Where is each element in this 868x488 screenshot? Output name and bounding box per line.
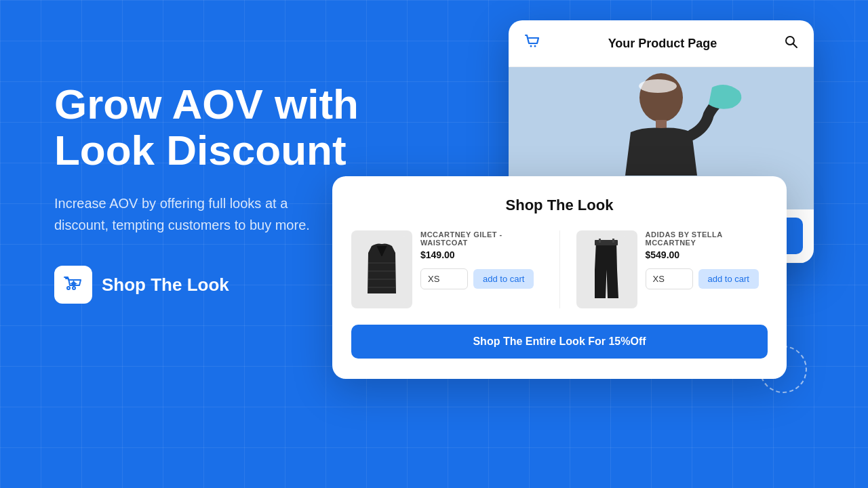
cart-icon xyxy=(524,33,541,54)
product-price-1: $149.00 xyxy=(420,249,543,260)
subtext: Increase AOV by offering full looks at a… xyxy=(54,192,312,236)
headline: Grow AOV with Look Discount xyxy=(54,81,393,174)
product-info-2: ADIDAS BY STELLA MCCARTNEY $549.00 add t… xyxy=(646,230,768,289)
svg-point-3 xyxy=(534,45,536,47)
brand-label: Shop The Look xyxy=(102,274,229,296)
product-price-2: $549.00 xyxy=(646,249,768,260)
product-card-2: ADIDAS BY STELLA MCCARTNEY $549.00 add t… xyxy=(576,230,768,308)
svg-rect-19 xyxy=(612,239,614,243)
product-actions-2: add to cart xyxy=(646,268,768,289)
mockup-header: Your Product Page xyxy=(509,20,814,67)
product-actions-1: add to cart xyxy=(420,268,543,289)
product-thumb-2 xyxy=(576,230,637,308)
search-icon[interactable] xyxy=(784,35,799,53)
modal-title: Shop The Look xyxy=(351,197,768,214)
svg-text:✦: ✦ xyxy=(68,277,79,291)
size-input-1[interactable] xyxy=(420,268,468,289)
svg-point-2 xyxy=(530,45,532,47)
add-to-cart-btn-2[interactable]: add to cart xyxy=(698,269,759,289)
product-card-1: MCCARTNEY GILET - WAISTCOAT $149.00 add … xyxy=(351,230,543,308)
shop-the-look-modal: Shop The Look MCCARTNEY GILET xyxy=(332,176,787,379)
product-info-1: MCCARTNEY GILET - WAISTCOAT $149.00 add … xyxy=(420,230,543,289)
product-thumb-1 xyxy=(351,230,412,308)
product-name-2: ADIDAS BY STELLA MCCARTNEY xyxy=(646,230,768,247)
add-to-cart-btn-1[interactable]: add to cart xyxy=(473,269,534,289)
vest-image xyxy=(358,236,406,304)
size-input-2[interactable] xyxy=(646,268,693,289)
products-row: MCCARTNEY GILET - WAISTCOAT $149.00 add … xyxy=(351,230,768,308)
product-name-1: MCCARTNEY GILET - WAISTCOAT xyxy=(420,230,543,247)
shop-look-icon: ✦ xyxy=(62,273,85,296)
product-divider xyxy=(559,230,560,308)
brand-icon: ✦ xyxy=(54,266,92,304)
shop-entire-look-button[interactable]: Shop The Entire Look For 15%Off xyxy=(351,325,768,359)
svg-point-8 xyxy=(639,79,677,93)
svg-rect-18 xyxy=(599,239,601,243)
pants-image xyxy=(588,236,625,304)
mockup-title: Your Product Page xyxy=(608,37,717,51)
